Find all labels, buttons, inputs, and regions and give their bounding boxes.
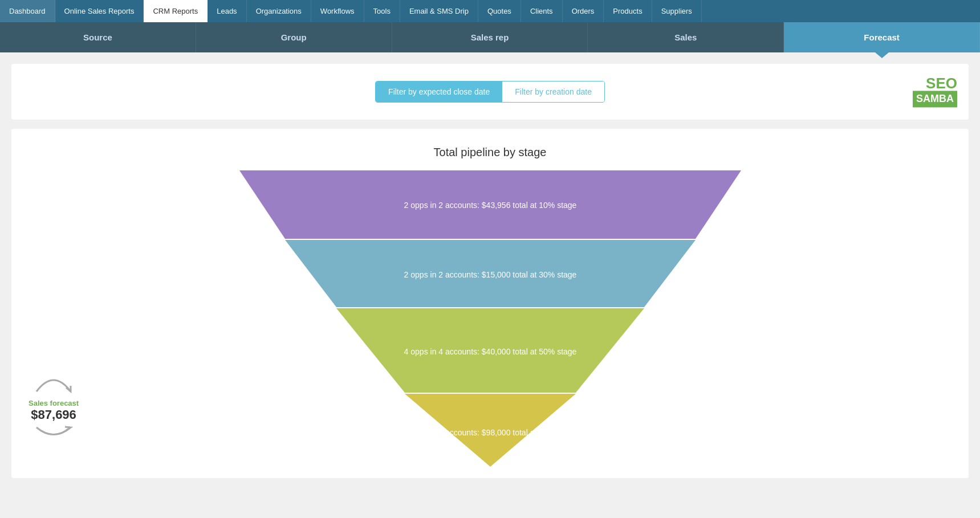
filter-card: Filter by expected close date Filter by … xyxy=(11,64,969,120)
nav-organizations[interactable]: Organizations xyxy=(247,0,311,22)
seo-samba-logo: SEO SAMBA xyxy=(913,76,957,107)
chart-title: Total pipeline by stage xyxy=(23,146,957,159)
filter-by-creation-date-button[interactable]: Filter by creation date xyxy=(502,81,604,102)
funnel-wrapper: 2 opps in 2 accounts: $43,956 total at 1… xyxy=(23,170,957,467)
forecast-up-icon xyxy=(31,366,76,394)
sales-forecast-label: Sales forecast xyxy=(29,399,79,407)
main-content: Filter by expected close date Filter by … xyxy=(0,52,980,490)
forecast-down-icon xyxy=(31,425,76,442)
subnav-sales-rep[interactable]: Sales rep xyxy=(392,22,588,52)
nav-leads[interactable]: Leads xyxy=(208,0,246,22)
nav-clients[interactable]: Clients xyxy=(521,0,563,22)
logo-samba-text: SAMBA xyxy=(913,91,957,107)
logo-seo-text: SEO xyxy=(926,76,957,91)
nav-online-sales-reports[interactable]: Online Sales Reports xyxy=(55,0,144,22)
funnel-label-3: 4 opps in 4 accounts: $40,000 total at 5… xyxy=(404,347,576,356)
funnel-label-2: 2 opps in 2 accounts: $15,000 total at 3… xyxy=(404,270,576,279)
nav-tools[interactable]: Tools xyxy=(364,0,400,22)
nav-workflows[interactable]: Workflows xyxy=(311,0,364,22)
funnel-label-4: 4 opps in 4 accounts: $98,000 total at 6… xyxy=(404,428,576,437)
chart-card: Total pipeline by stage 2 opps in 2 acco… xyxy=(11,129,969,478)
filter-by-close-date-button[interactable]: Filter by expected close date xyxy=(376,81,502,102)
nav-dashboard[interactable]: Dashboard xyxy=(0,0,55,22)
sub-navigation: Source Group Sales rep Sales Forecast xyxy=(0,22,980,52)
funnel-chart: 2 opps in 2 accounts: $43,956 total at 1… xyxy=(239,170,741,467)
nav-suppliers[interactable]: Suppliers xyxy=(652,0,702,22)
funnel-label-1: 2 opps in 2 accounts: $43,956 total at 1… xyxy=(404,201,576,210)
nav-orders[interactable]: Orders xyxy=(563,0,604,22)
subnav-sales[interactable]: Sales xyxy=(588,22,784,52)
nav-products[interactable]: Products xyxy=(604,0,652,22)
nav-crm-reports[interactable]: CRM Reports xyxy=(144,0,208,22)
nav-quotes[interactable]: Quotes xyxy=(478,0,521,22)
subnav-source[interactable]: Source xyxy=(0,22,196,52)
subnav-forecast[interactable]: Forecast xyxy=(784,22,980,52)
sales-forecast-widget: Sales forecast $87,696 xyxy=(29,366,79,444)
top-navigation: Dashboard Online Sales Reports CRM Repor… xyxy=(0,0,980,22)
sales-forecast-value: $87,696 xyxy=(29,407,79,422)
nav-email-sms-drip[interactable]: Email & SMS Drip xyxy=(400,0,478,22)
subnav-group[interactable]: Group xyxy=(196,22,392,52)
filter-button-group: Filter by expected close date Filter by … xyxy=(375,81,605,103)
